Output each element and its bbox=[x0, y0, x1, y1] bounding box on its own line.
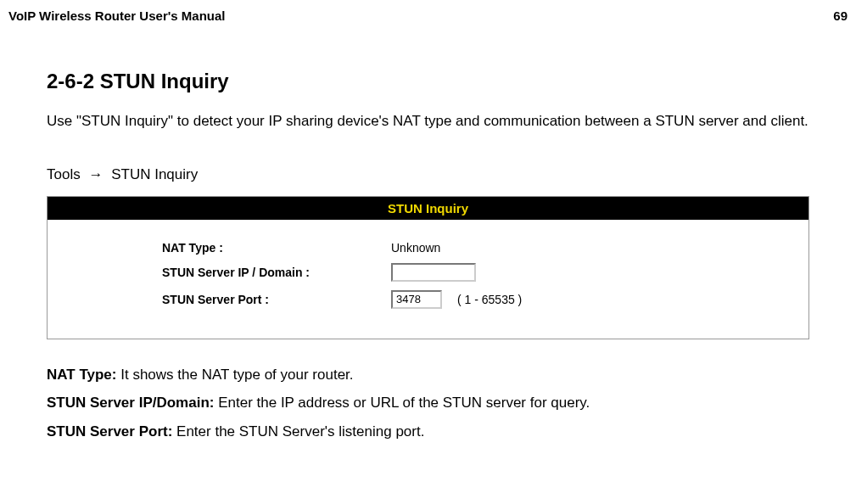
manual-title: VoIP Wireless Router User's Manual bbox=[8, 8, 225, 23]
page-content: 2-6-2 STUN Inquiry Use "STUN Inquiry" to… bbox=[0, 70, 856, 442]
server-ip-definition: STUN Server IP/Domain: Enter the IP addr… bbox=[47, 393, 809, 413]
panel-header: STUN Inquiry bbox=[48, 197, 808, 220]
server-ip-input[interactable] bbox=[391, 263, 476, 282]
server-port-row: STUN Server Port : ( 1 - 65535 ) bbox=[162, 290, 808, 309]
server-port-input[interactable] bbox=[391, 290, 442, 309]
nat-type-def-label: NAT Type: bbox=[47, 367, 116, 383]
server-ip-def-label: STUN Server IP/Domain: bbox=[47, 395, 214, 411]
nat-type-definition: NAT Type: It shows the NAT type of your … bbox=[47, 365, 809, 385]
page-header: VoIP Wireless Router User's Manual 69 bbox=[0, 0, 856, 23]
intro-paragraph: Use "STUN Inquiry" to detect your IP sha… bbox=[47, 110, 809, 132]
section-title: 2-6-2 STUN Inquiry bbox=[47, 70, 809, 93]
server-ip-row: STUN Server IP / Domain : bbox=[162, 263, 808, 282]
server-port-definition: STUN Server Port: Enter the STUN Server'… bbox=[47, 422, 809, 442]
nat-type-row: NAT Type : Unknown bbox=[162, 241, 808, 255]
page-number: 69 bbox=[833, 8, 848, 23]
breadcrumb-level2: STUN Inquiry bbox=[111, 166, 198, 182]
server-port-def-text: Enter the STUN Server's listening port. bbox=[172, 423, 424, 440]
panel-body: NAT Type : Unknown STUN Server IP / Doma… bbox=[48, 220, 808, 339]
breadcrumb-level1: Tools bbox=[47, 166, 81, 182]
port-range-text: ( 1 - 65535 ) bbox=[457, 293, 522, 306]
nat-type-value: Unknown bbox=[391, 241, 440, 255]
breadcrumb-arrow: → bbox=[88, 166, 103, 182]
server-ip-label: STUN Server IP / Domain : bbox=[162, 266, 391, 279]
breadcrumb: Tools → STUN Inquiry bbox=[47, 166, 809, 183]
nat-type-def-text: It shows the NAT type of your router. bbox=[116, 367, 353, 383]
server-ip-def-text: Enter the IP address or URL of the STUN … bbox=[214, 395, 590, 411]
server-port-label: STUN Server Port : bbox=[162, 293, 391, 306]
server-port-def-label: STUN Server Port: bbox=[47, 423, 172, 440]
nat-type-label: NAT Type : bbox=[162, 241, 391, 255]
stun-inquiry-panel: STUN Inquiry NAT Type : Unknown STUN Ser… bbox=[47, 196, 809, 339]
